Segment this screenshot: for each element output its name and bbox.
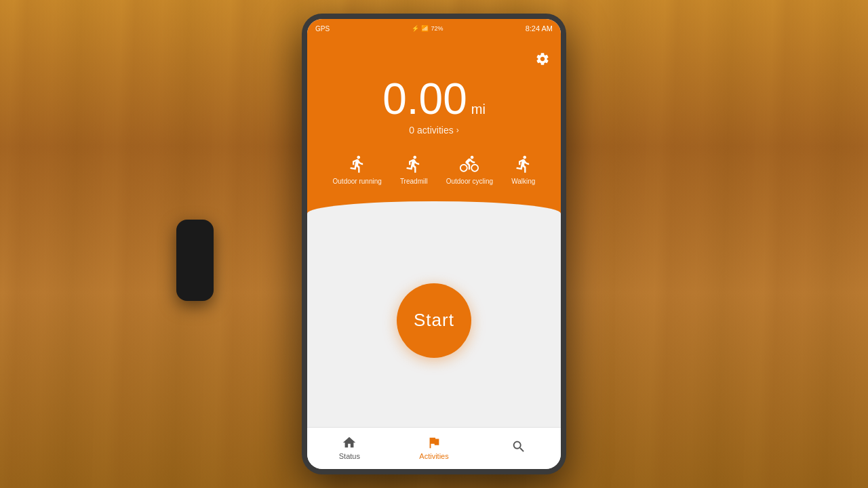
activity-item-treadmill[interactable]: Treadmill bbox=[400, 155, 428, 185]
gps-settings-row bbox=[318, 52, 550, 66]
bottom-navigation: Status Activities bbox=[307, 427, 561, 469]
nav-item-search[interactable] bbox=[476, 439, 561, 456]
main-content-section: Start bbox=[307, 214, 561, 427]
status-bar-left: GPS bbox=[315, 25, 330, 33]
activities-count-text: 0 activities bbox=[409, 125, 453, 136]
time-display: 8:24 AM bbox=[526, 24, 553, 33]
outdoor-running-icon bbox=[348, 155, 367, 174]
status-bar: GPS ⚡ 📶 72% 8:24 AM bbox=[307, 19, 561, 38]
nav-label-status: Status bbox=[339, 452, 360, 460]
nav-item-activities[interactable]: Activities bbox=[392, 435, 477, 460]
nav-item-status[interactable]: Status bbox=[307, 435, 392, 460]
distance-unit: mi bbox=[471, 102, 486, 117]
walking-icon bbox=[514, 155, 533, 174]
activities-nav-icon bbox=[427, 435, 441, 450]
fitness-tracker-device bbox=[176, 220, 214, 301]
start-button[interactable]: Start bbox=[397, 283, 471, 358]
chevron-right-icon: › bbox=[456, 125, 459, 135]
activity-types-row: Outdoor running Treadmill Outdoor cyclin… bbox=[318, 155, 550, 185]
treadmill-icon bbox=[404, 155, 423, 174]
activity-item-walking[interactable]: Walking bbox=[511, 155, 535, 185]
activities-count-link[interactable]: 0 activities › bbox=[409, 125, 458, 136]
treadmill-label: Treadmill bbox=[400, 178, 428, 185]
phone-frame: GPS ⚡ 📶 72% 8:24 AM 0.00 mi 0 act bbox=[302, 14, 566, 474]
outdoor-cycling-label: Outdoor cycling bbox=[446, 178, 493, 185]
phone-screen: GPS ⚡ 📶 72% 8:24 AM 0.00 mi 0 act bbox=[307, 19, 561, 469]
wave-separator bbox=[307, 201, 561, 214]
distance-number: 0.00 bbox=[382, 77, 467, 121]
activity-item-outdoor-cycling[interactable]: Outdoor cycling bbox=[446, 155, 493, 185]
outdoor-running-label: Outdoor running bbox=[333, 178, 382, 185]
signal-icon: 📶 bbox=[421, 25, 429, 32]
nav-label-activities: Activities bbox=[419, 452, 448, 460]
battery-text: 72% bbox=[431, 25, 443, 32]
status-nav-icon bbox=[342, 435, 357, 450]
activity-item-outdoor-running[interactable]: Outdoor running bbox=[333, 155, 382, 185]
distance-display: 0.00 mi bbox=[382, 77, 486, 121]
gps-status: GPS bbox=[315, 25, 330, 33]
bluetooth-icon: ⚡ bbox=[412, 25, 419, 32]
settings-icon[interactable] bbox=[535, 52, 550, 66]
search-nav-icon bbox=[511, 439, 526, 454]
walking-label: Walking bbox=[511, 178, 535, 185]
outdoor-cycling-icon bbox=[460, 155, 479, 174]
status-icons: ⚡ 📶 72% bbox=[412, 25, 443, 32]
orange-header-section: 0.00 mi 0 activities › Outdoor running bbox=[307, 38, 561, 201]
start-button-label: Start bbox=[414, 310, 454, 331]
